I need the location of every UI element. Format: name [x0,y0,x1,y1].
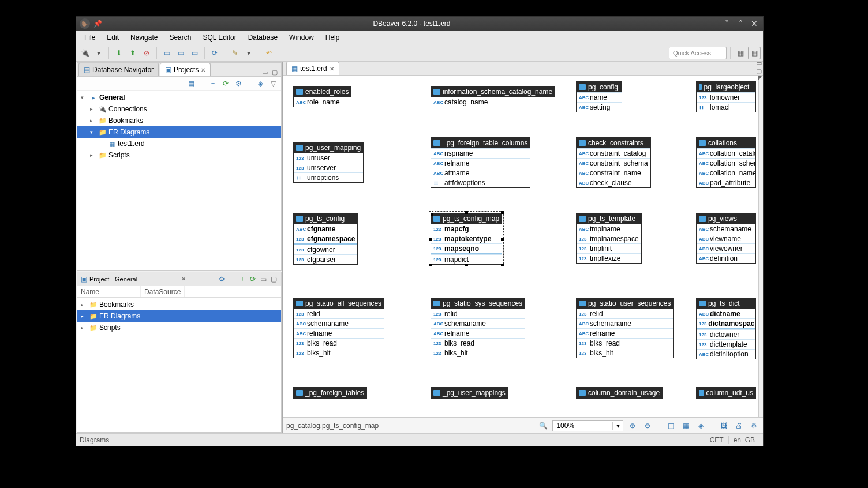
close-icon[interactable]: ✕ [181,276,186,282]
tab-projects[interactable]: ▣Projects✕ [160,63,211,76]
entity-header[interactable]: enabled_roles [294,87,351,97]
add-icon[interactable]: ＋ [238,275,246,283]
layout-icon[interactable]: ◫ [665,420,676,431]
entity-pg_statio_all_sequences[interactable]: pg_statio_all_sequences123relidABCschema… [293,298,384,358]
tree-item[interactable]: ▸📁Scripts [77,149,281,161]
column-row[interactable]: 123lomowner [697,92,755,102]
column-row[interactable]: 123dictowner [697,329,755,339]
tree-item[interactable]: ▾📁ER Diagrams [77,126,281,138]
entity-header[interactable]: pg_views [697,213,755,224]
column-row[interactable]: ABCrole_name [294,97,351,107]
rollback-button[interactable]: ⬆ [126,47,139,59]
menu-help[interactable]: Help [320,32,346,43]
entity-header[interactable]: column_domain_usage [577,388,662,398]
column-row[interactable]: 123tmplinit [577,243,641,253]
tree-item[interactable]: ▸📁Scripts [77,322,281,333]
entity-header[interactable]: collations [697,138,755,148]
tree-item[interactable]: ▸📁Bookmarks [77,299,281,310]
selection-handle[interactable] [501,211,504,214]
print-icon[interactable]: 🖨 [733,420,744,431]
column-row[interactable]: 123relid [431,309,525,318]
link-icon[interactable]: ▤ [186,79,196,88]
selection-handle[interactable] [429,238,432,241]
entity-information_schema_catalog_name[interactable]: information_schema_catalog_nameABCcatalo… [431,86,555,107]
collapse-icon[interactable]: － [228,275,236,283]
column-row[interactable]: ABCsetting [577,102,622,112]
dropdown-icon[interactable]: ▾ [242,47,255,59]
column-row[interactable]: ABCcollation_catalog [697,148,755,158]
selection-handle[interactable] [501,238,504,241]
column-row[interactable]: ⫶⫶lomacl [697,102,755,112]
column-row[interactable]: ABCschemaname [697,224,755,234]
entity-header[interactable]: pg_ts_template [577,213,641,224]
sql-script-button[interactable]: ▭ [188,47,201,59]
menu-edit[interactable]: Edit [101,32,125,43]
entity-pg_user_mapping[interactable]: pg_user_mapping123umuser123umserver⫶⫶umo… [293,142,364,183]
search-icon[interactable]: 🔍 [537,420,549,431]
maximize-panel-icon[interactable]: ▢ [755,67,763,75]
column-row[interactable]: ABCcollation_schema [697,158,755,168]
menu-database[interactable]: Database [242,32,283,43]
tree-item[interactable]: ▸📁Bookmarks [77,115,281,126]
selection-handle[interactable] [429,264,432,266]
entity-header[interactable]: pg_config [577,82,622,92]
tool-button[interactable]: ✎ [229,47,241,59]
column-row[interactable]: ABCdefinition [697,253,755,263]
column-row[interactable]: 123dicttemplate [697,339,755,349]
column-row[interactable]: ABCviewowner [697,243,755,253]
column-row[interactable]: ABCrelname [431,328,525,338]
menu-search[interactable]: Search [163,32,197,43]
entity-pg_ts_dict[interactable]: pg_ts_dictABCdictname123dictnamespace123… [696,298,756,359]
maximize-panel-icon[interactable]: ▢ [271,68,279,76]
column-header[interactable]: DataSource [141,286,185,297]
maximize-panel-icon[interactable]: ▢ [270,275,278,283]
entity-header[interactable]: pg_statio_sys_sequences [431,298,525,309]
entity-pg_statio_user_sequences[interactable]: pg_statio_user_sequences123relidABCschem… [576,298,674,358]
entity-header[interactable]: pg_statio_user_sequences [577,298,673,309]
column-row[interactable]: 123mapdict [431,254,502,264]
close-icon[interactable]: ✕ [330,66,334,72]
column-row[interactable]: ABCcatalog_name [431,97,555,107]
column-row[interactable]: ABCrelname [577,328,673,338]
column-row[interactable]: ABCrelname [294,328,384,338]
export-image-icon[interactable]: 🖼 [718,420,729,431]
column-row[interactable]: 123mapseqno [431,243,502,253]
commit-button[interactable]: ⬇ [113,47,125,59]
column-row[interactable]: 123maptokentype [431,234,502,243]
grid-icon[interactable]: ▦ [680,420,691,431]
sql-new-button[interactable]: ▭ [174,47,187,59]
column-row[interactable]: 123umuser [294,153,363,163]
column-row[interactable]: ABCdictname [697,309,755,318]
entity-header[interactable]: column_udt_us [697,388,755,398]
entity-_pg_foreign_tables[interactable]: _pg_foreign_tables [293,387,367,399]
tree-item[interactable]: ▸🔌Connections [77,103,281,115]
column-row[interactable]: ABCattname [431,168,530,178]
entity-pg_views[interactable]: pg_viewsABCschemanameABCviewnameABCviewo… [696,213,756,264]
tree-item[interactable]: ▦test1.erd [77,138,281,149]
collapse-icon[interactable]: － [208,79,218,88]
settings-icon[interactable]: ⚙ [748,420,760,431]
zoom-select[interactable]: 100%▾ [552,420,623,431]
column-row[interactable]: ABCrelname [431,158,530,168]
column-row[interactable]: ⫶⫶attfdwoptions [431,178,530,187]
pin-icon[interactable]: 📌 [93,20,102,28]
entity-_pg_foreign_table_columns[interactable]: _pg_foreign_table_columnsABCnspnameABCre… [431,137,530,188]
column-row[interactable]: ABCcfgname [294,224,357,234]
column-row[interactable]: ABCpad_attribute [697,178,755,187]
minimize-button[interactable]: ˅ [721,18,732,29]
refresh-icon[interactable]: ◈ [695,420,706,431]
tree-item[interactable]: ▾▸General [77,92,281,103]
selection-handle[interactable] [465,211,468,214]
column-row[interactable]: 123dictnamespace [697,318,755,328]
column-row[interactable]: 123umserver [294,163,363,172]
entity-pg_config[interactable]: pg_configABCnameABCsetting [576,81,622,112]
entity-enabled_roles[interactable]: enabled_rolesABCrole_name [293,86,351,107]
new-connection-button[interactable]: 🔌 [78,47,91,59]
selection-handle[interactable] [501,264,504,266]
column-row[interactable]: ABCcollation_name [697,168,755,178]
column-row[interactable]: 123blks_read [431,338,525,348]
refresh-button[interactable]: ⟳ [208,47,221,59]
column-row[interactable]: 123relid [577,309,673,318]
close-button[interactable]: ✕ [749,18,760,29]
tab-erd-file[interactable]: ▦ test1.erd ✕ [286,62,339,75]
